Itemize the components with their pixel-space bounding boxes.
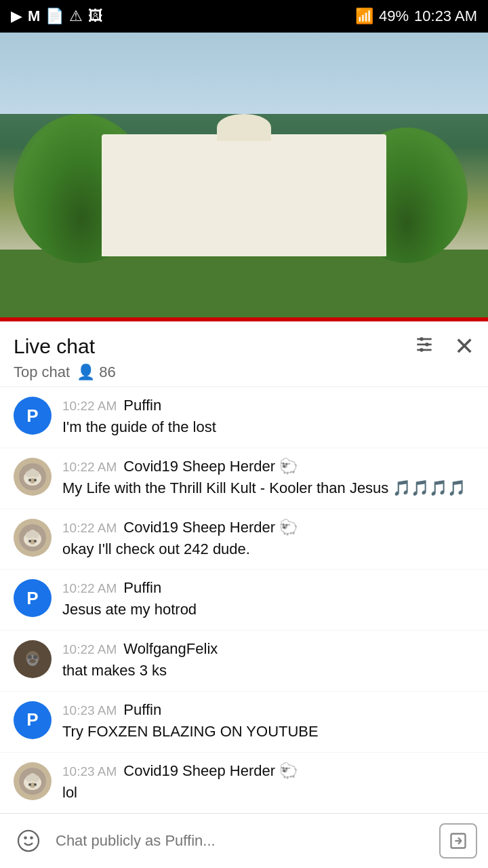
list-item: 10:22 AM WolfgangFelix that makes 3 ks: [0, 631, 488, 692]
message-author: Puffin: [123, 579, 161, 597]
avatar: [14, 519, 52, 557]
svg-point-18: [28, 530, 37, 538]
message-time: 10:22 AM: [62, 399, 117, 414]
message-content: 10:22 AM Puffin I'm the guide of the los…: [62, 397, 474, 438]
play-icon: ▶: [11, 7, 22, 25]
message-author: Covid19 Sheep Herder 🐑: [123, 762, 298, 780]
message-text: Jesus ate my hotrod: [62, 599, 474, 620]
avatar: P: [14, 701, 52, 739]
file-icon: 📄: [45, 7, 64, 25]
list-item: P 10:22 AM Puffin I'm the guide of the l…: [0, 387, 488, 448]
person-icon: 👤: [77, 363, 95, 381]
svg-point-35: [34, 783, 37, 786]
message-author: Covid19 Sheep Herder 🐑: [123, 458, 298, 475]
message-author: Covid19 Sheep Herder 🐑: [123, 519, 298, 536]
chat-header: Live chat ✕ Top chat 👤 86: [0, 321, 488, 387]
battery-text: 49%: [379, 7, 409, 25]
svg-point-10: [28, 469, 37, 477]
list-item: P 10:23 AM Puffin Try FOXZEN BLAZING ON …: [0, 692, 488, 753]
live-chat-title: Live chat: [14, 335, 95, 358]
message-text: Try FOXZEN BLAZING ON YOUTUBE: [62, 722, 474, 743]
svg-point-27: [29, 659, 36, 663]
svg-point-3: [420, 337, 423, 340]
message-author: Puffin: [123, 701, 161, 719]
viewer-count-text: 86: [99, 363, 115, 381]
time-text: 10:23 AM: [414, 7, 477, 25]
avatar: P: [14, 579, 52, 617]
settings-icon[interactable]: [413, 334, 435, 360]
svg-point-21: [34, 540, 37, 542]
message-time: 10:22 AM: [62, 521, 117, 536]
message-content: 10:23 AM Covid19 Sheep Herder 🐑 lol: [62, 762, 474, 804]
list-item: 10:22 AM Covid19 Sheep Herder 🐑 My Life …: [0, 448, 488, 509]
status-bar-right: 📶 49% 10:23 AM: [355, 7, 477, 25]
send-button[interactable]: [439, 823, 477, 859]
viewer-count: 👤 86: [77, 363, 115, 381]
avatar: [14, 762, 52, 800]
message-text: okay I'll check out 242 dude.: [62, 539, 474, 560]
message-content: 10:22 AM WolfgangFelix that makes 3 ks: [62, 640, 474, 682]
video-area[interactable]: [0, 33, 488, 317]
image-icon: 🖼: [88, 7, 103, 25]
message-author: WolfgangFelix: [123, 640, 218, 658]
svg-point-32: [28, 773, 37, 781]
svg-point-5: [420, 348, 423, 351]
message-text: that makes 3 ks: [62, 660, 474, 682]
list-item: P 10:22 AM Puffin Jesus ate my hotrod: [0, 570, 488, 631]
message-time: 10:23 AM: [62, 764, 117, 779]
header-icons: ✕: [413, 332, 474, 361]
avatar: [14, 458, 52, 496]
message-time: 10:22 AM: [62, 642, 117, 657]
message-content: 10:23 AM Puffin Try FOXZEN BLAZING ON YO…: [62, 701, 474, 743]
emoji-button[interactable]: [11, 823, 46, 859]
svg-point-25: [28, 655, 32, 659]
chat-messages: P 10:22 AM Puffin I'm the guide of the l…: [0, 387, 488, 868]
chat-input-field[interactable]: [56, 823, 430, 859]
message-text: lol: [62, 783, 474, 804]
message-time: 10:22 AM: [62, 460, 117, 475]
status-bar-left: ▶ M 📄 ⚠ 🖼: [11, 7, 103, 25]
m-icon: M: [28, 7, 40, 25]
top-chat-label[interactable]: Top chat: [14, 363, 70, 381]
message-text: I'm the guide of the lost: [62, 417, 474, 438]
message-content: 10:22 AM Puffin Jesus ate my hotrod: [62, 579, 474, 620]
message-time: 10:23 AM: [62, 703, 117, 718]
message-time: 10:22 AM: [62, 581, 117, 596]
message-author: Puffin: [123, 397, 161, 414]
svg-point-13: [34, 479, 37, 481]
svg-point-20: [28, 540, 31, 542]
svg-point-36: [18, 831, 39, 851]
message-text: My Life with the Thrill Kill Kult - Kool…: [62, 478, 474, 499]
svg-point-12: [28, 479, 31, 481]
svg-point-4: [425, 342, 428, 346]
svg-point-26: [33, 655, 37, 659]
close-icon[interactable]: ✕: [454, 332, 474, 361]
list-item: 10:23 AM Covid19 Sheep Herder 🐑 lol: [0, 753, 488, 814]
status-bar: ▶ M 📄 ⚠ 🖼 📶 49% 10:23 AM: [0, 0, 488, 33]
message-content: 10:22 AM Covid19 Sheep Herder 🐑 okay I'l…: [62, 519, 474, 560]
alert-icon: ⚠: [69, 7, 83, 25]
chat-input-bar: [0, 813, 488, 868]
avatar: [14, 640, 52, 678]
message-content: 10:22 AM Covid19 Sheep Herder 🐑 My Life …: [62, 458, 474, 499]
svg-point-34: [28, 783, 31, 786]
avatar: P: [14, 397, 52, 435]
list-item: 10:22 AM Covid19 Sheep Herder 🐑 okay I'l…: [0, 509, 488, 570]
wifi-icon: 📶: [355, 7, 373, 25]
